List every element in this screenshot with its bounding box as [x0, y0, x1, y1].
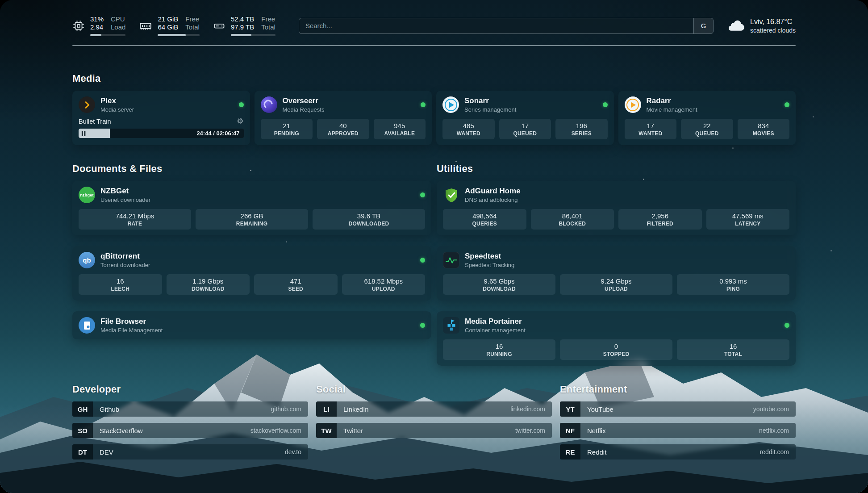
ram-bar: [158, 34, 200, 36]
stat-value: 834: [758, 122, 769, 130]
stat-tile: 471SEED: [254, 274, 338, 295]
stat-label: WANTED: [457, 130, 480, 137]
now-playing-title: Bullet Train: [79, 118, 111, 125]
plex-card[interactable]: Plex Media server Bullet Train ⚙ 24:44 /…: [72, 91, 250, 145]
disk-icon: [213, 20, 225, 32]
bookmark-abbr: LI: [316, 401, 337, 417]
overseerr-icon: [261, 96, 277, 113]
section-title-entertainment: Entertainment: [560, 384, 796, 395]
overseerr-card[interactable]: Overseerr Media Requests 21PENDING 40APP…: [255, 91, 432, 145]
stat-value: 2,956: [651, 212, 668, 220]
stat-value: 47.569 ms: [732, 212, 764, 220]
stat-tile: 196SERIES: [555, 119, 608, 139]
stat-label: SERIES: [572, 130, 592, 137]
bookmark-url: linkedin.com: [510, 405, 545, 413]
cpu-percent: 31%: [90, 15, 104, 23]
service-name: Plex: [100, 96, 134, 105]
speedtest-card[interactable]: Speedtest Speedtest Tracking 9.65 GbpsDO…: [437, 246, 796, 301]
stat-label: QUEUED: [695, 130, 719, 137]
stat-value: 266 GB: [241, 212, 263, 220]
ram-total: 64 GiB: [158, 23, 178, 31]
stat-tile: 47.569 msLATENCY: [706, 209, 790, 230]
bookmark-abbr: YT: [560, 401, 580, 417]
bookmark-github[interactable]: GH Github github.com: [72, 401, 308, 417]
stat-label: LATENCY: [735, 221, 760, 227]
bookmark-linkedin[interactable]: LI LinkedIn linkedin.com: [316, 401, 552, 417]
stat-tile: 945AVAILABLE: [374, 119, 426, 139]
radarr-card[interactable]: Radarr Movie management 17WANTED 22QUEUE…: [618, 91, 796, 145]
service-subtitle: Media server: [100, 106, 134, 113]
bookmark-twitter[interactable]: TW Twitter twitter.com: [316, 423, 552, 438]
qbittorrent-icon: qb: [79, 252, 95, 268]
stat-tile: 9.65 GbpsDOWNLOAD: [443, 274, 555, 295]
sonarr-card[interactable]: Sonarr Series management 485WANTED 17QUE…: [436, 91, 614, 145]
pause-icon[interactable]: [81, 130, 86, 138]
nzbget-icon: nzbget: [79, 187, 95, 203]
status-dot: [421, 102, 426, 107]
bookmark-url: netflix.com: [759, 427, 789, 434]
stat-tile: 744.21 MbpsRATE: [79, 209, 191, 230]
stat-label: PENDING: [274, 130, 299, 137]
stat-value: 17: [521, 122, 529, 130]
stat-tile: 9.24 GbpsUPLOAD: [560, 274, 672, 295]
service-subtitle: Torrent downloader: [100, 262, 150, 268]
bookmark-reddit[interactable]: RE Reddit reddit.com: [560, 444, 796, 460]
bookmark-url: github.com: [271, 405, 301, 413]
section-title-media: Media: [72, 73, 796, 84]
bookmark-name: Github: [100, 405, 119, 413]
stat-label: QUEUED: [513, 130, 537, 137]
stat-tile: 17WANTED: [625, 119, 677, 139]
stat-label: PING: [726, 286, 740, 292]
snow-specks: [0, 0, 1, 1]
stat-value: 9.24 Gbps: [601, 277, 631, 285]
portainer-icon: [443, 317, 459, 334]
qbittorrent-card[interactable]: qb qBittorrent Torrent downloader 16LEEC…: [72, 246, 431, 301]
ram-label-2: Total: [185, 23, 200, 31]
section-title-utilities: Utilities: [437, 163, 796, 175]
stat-tile: 266 GBREMAINING: [196, 209, 308, 230]
stat-value: 16: [496, 343, 503, 350]
bookmark-name: Reddit: [587, 448, 606, 456]
radarr-icon: [625, 96, 641, 113]
adguard-card[interactable]: AdGuard Home DNS and adblocking 498,564Q…: [437, 181, 796, 235]
service-subtitle: DNS and adblocking: [465, 196, 521, 203]
stat-label: FILTERED: [647, 221, 673, 227]
bookmark-name: Netflix: [587, 427, 606, 435]
stat-value: 0: [614, 343, 618, 350]
stat-value: 471: [290, 277, 301, 285]
nzbget-card[interactable]: nzbget NZBGet Usenet downloader 744.21 M…: [72, 181, 431, 235]
status-dot: [420, 192, 425, 197]
stat-tile: 1.19 GbpsDOWNLOAD: [167, 274, 250, 295]
stat-value: 17: [647, 122, 654, 130]
stat-label: APPROVED: [328, 130, 359, 137]
bookmark-stackoverflow[interactable]: SO StackOverflow stackoverflow.com: [72, 423, 308, 438]
bookmark-netflix[interactable]: NF Netflix netflix.com: [560, 423, 796, 438]
service-subtitle: Media Requests: [283, 106, 325, 113]
status-dot: [239, 102, 244, 107]
stat-value: 498,564: [472, 212, 497, 220]
bookmark-youtube[interactable]: YT YouTube youtube.com: [560, 401, 796, 417]
bookmark-name: YouTube: [587, 405, 613, 413]
weather-condition: scattered clouds: [750, 27, 796, 34]
portainer-card[interactable]: Media Portainer Container management 16R…: [437, 311, 796, 366]
stat-tile: 0.993 msPING: [677, 274, 789, 295]
stat-tile: 16LEECH: [79, 274, 162, 295]
search-engine-button[interactable]: G: [693, 18, 713, 33]
stat-tile: 17QUEUED: [499, 119, 551, 139]
stat-label: UPLOAD: [605, 286, 628, 292]
bookmark-url: reddit.com: [760, 448, 789, 455]
stat-label: DOWNLOADED: [349, 221, 389, 227]
search-box: G: [299, 18, 714, 34]
documents-column: Documents & Files nzbget NZBGet Usenet d…: [72, 163, 431, 339]
filebrowser-card[interactable]: File Browser Media File Management: [72, 311, 431, 339]
settings-gear-icon[interactable]: ⚙: [237, 117, 243, 125]
service-subtitle: Series management: [464, 106, 516, 113]
playback-progress-bar[interactable]: 24:44 / 02:06:47: [79, 129, 244, 138]
nzbget-icon-text: nzbget: [80, 193, 93, 197]
disk-label-1: Free: [261, 15, 275, 23]
status-dot: [420, 258, 425, 263]
top-bar: 31% CPU 2.94 Load: [72, 15, 796, 36]
bookmark-dev[interactable]: DT DEV dev.to: [72, 444, 308, 460]
disk-total: 97.9 TB: [231, 23, 254, 31]
search-input[interactable]: [299, 18, 693, 33]
